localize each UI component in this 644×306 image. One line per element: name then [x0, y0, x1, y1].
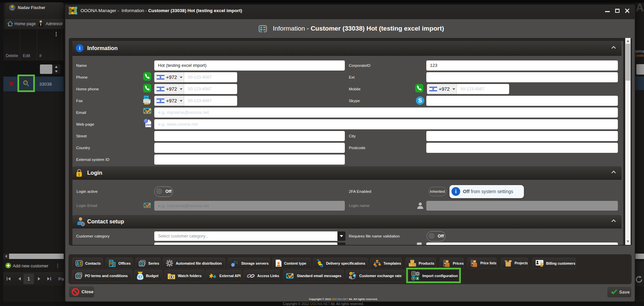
svg-text:X: X: [417, 277, 419, 280]
svg-text:WWW: WWW: [146, 124, 152, 126]
svg-text:¢: ¢: [350, 276, 351, 278]
svg-text:Fax: Fax: [145, 96, 148, 98]
svg-text:$: $: [139, 275, 141, 279]
svg-text:$: $: [350, 272, 352, 275]
svg-text:£: £: [354, 274, 356, 277]
